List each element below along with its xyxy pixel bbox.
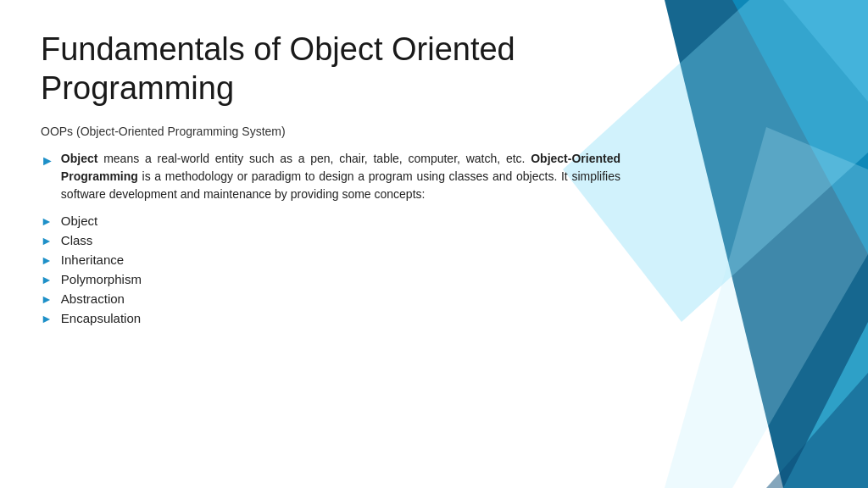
arrow-icon-2: ► xyxy=(41,234,53,247)
list-item: ► Inheritance xyxy=(41,252,620,267)
list-item: ► Encapsulation xyxy=(41,311,620,325)
list-item: ► Abstraction xyxy=(41,291,620,306)
concept-label-4: Polymorphism xyxy=(61,272,142,286)
slide-subtitle: OOPs (Object-Oriented Programming System… xyxy=(41,125,620,138)
content-area: Fundamentals of Object Oriented Programm… xyxy=(0,0,661,351)
arrow-icon-4: ► xyxy=(41,273,53,286)
main-bullet-item: ► Object means a real-world entity such … xyxy=(41,150,620,203)
list-item: ► Polymorphism xyxy=(41,272,620,286)
concepts-list: ► Object ► Class ► Inheritance ► Polymor… xyxy=(41,214,620,325)
arrow-icon-6: ► xyxy=(41,312,53,325)
main-text-2: is a methodology or paradigm to design a… xyxy=(61,169,620,201)
concept-label-6: Encapsulation xyxy=(61,311,141,325)
list-item: ► Class xyxy=(41,233,620,247)
concept-label-2: Class xyxy=(61,233,93,247)
slide: Fundamentals of Object Oriented Programm… xyxy=(0,0,868,488)
arrow-icon-main: ► xyxy=(41,151,54,171)
main-bullet-text: Object means a real-world entity such as… xyxy=(61,150,620,203)
concept-label-5: Abstraction xyxy=(61,291,125,306)
arrow-icon-1: ► xyxy=(41,214,53,228)
concept-label-1: Object xyxy=(61,214,97,228)
arrow-icon-5: ► xyxy=(41,292,53,306)
list-item: ► Object xyxy=(41,214,620,228)
main-text-1: means a real-world entity such as a pen,… xyxy=(97,152,531,165)
concept-label-3: Inheritance xyxy=(61,252,124,267)
arrow-icon-3: ► xyxy=(41,253,53,267)
bold-object: Object xyxy=(61,152,98,165)
slide-title: Fundamentals of Object Oriented Programm… xyxy=(41,30,620,108)
